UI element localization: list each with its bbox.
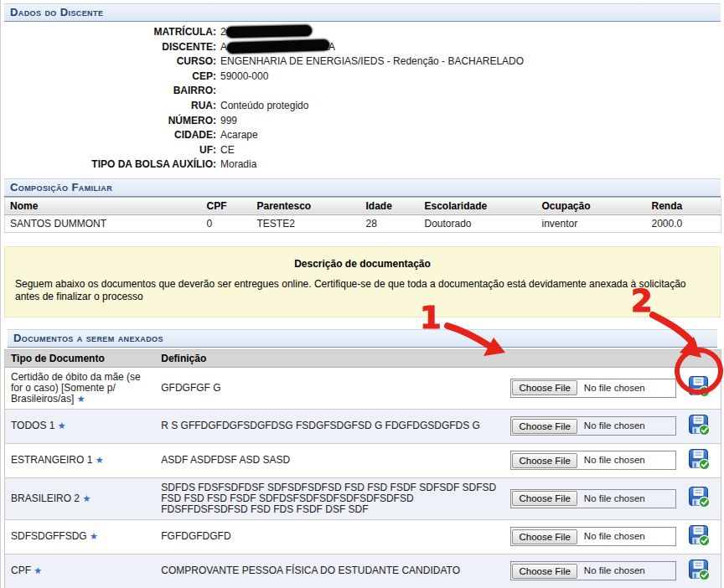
section-title: Dados do Discente — [10, 6, 103, 18]
field-cep: CEP: 59000-000 — [1, 70, 724, 85]
field-value: 999 — [220, 114, 724, 129]
cell-escolaridade: Doutorado — [420, 214, 537, 232]
field-cidade: CIDADE: Acarape — [1, 128, 724, 143]
family-header-row: Nome CPF Parentesco Idade Escolaridade O… — [5, 197, 721, 214]
redaction-blob — [226, 25, 312, 38]
cell-ocupacao: inventor — [537, 214, 647, 232]
document-file-cell: Choose File No file chosen — [504, 477, 682, 519]
document-type: TODOS 1 ★ — [5, 409, 156, 443]
required-star-icon: ★ — [96, 455, 104, 465]
field-rua: RUA: Conteúdo protegido — [1, 99, 724, 114]
required-star-icon: ★ — [34, 565, 42, 575]
save-attachment-button[interactable] — [688, 375, 711, 398]
field-numero: NÚMERO: 999 — [1, 114, 724, 129]
file-status-text: No file chosen — [578, 531, 645, 542]
save-floppy-check-icon — [688, 375, 711, 398]
document-row: BRASILEIRO 2 ★ SDFDS FDSFSDFDSF SDFSDFSD… — [5, 477, 721, 519]
field-label: RUA: — [1, 99, 220, 114]
save-floppy-check-icon — [688, 559, 711, 581]
file-input[interactable]: Choose File No file chosen — [510, 489, 676, 508]
field-value: 2 — [220, 25, 724, 40]
document-file-cell: Choose File No file chosen — [504, 409, 682, 443]
file-input[interactable]: Choose File No file chosen — [510, 451, 676, 470]
document-action-cell — [682, 409, 721, 443]
required-star-icon: ★ — [90, 531, 98, 541]
section-header-dados-discente: Dados do Discente — [4, 3, 721, 22]
col-header-parentesco: Parentesco — [252, 197, 361, 214]
document-row: SDFSDGFFSDG ★ FGFDGFDGFD Choose File No … — [5, 519, 721, 554]
file-input[interactable]: Choose File No file chosen — [510, 416, 676, 436]
documents-header-row: Tipo de Documento Definição — [5, 349, 721, 367]
field-uf: UF: CE — [1, 143, 724, 158]
col-header-ocupacao: Ocupação — [537, 197, 647, 214]
field-bairro: BAIRRO: — [1, 84, 724, 99]
section-title: Composição Familiar — [10, 181, 112, 193]
field-value — [220, 84, 724, 99]
save-attachment-button[interactable] — [688, 414, 711, 436]
field-value: Moradia — [220, 157, 724, 173]
field-value: Acarape — [220, 128, 724, 143]
document-definition: GFDGFGF G — [155, 367, 504, 409]
student-fields: MATRÍCULA: 2 DISCENTE: ANZA CURSO: ENGEN… — [1, 22, 724, 175]
redaction-blob — [227, 39, 329, 54]
save-attachment-button[interactable] — [688, 448, 711, 471]
file-input[interactable]: Choose File No file chosen — [510, 527, 676, 546]
description-body: Seguem abaixo os documentos que deverão … — [15, 278, 710, 303]
col-header-renda: Renda — [647, 197, 721, 214]
document-action-cell — [682, 477, 721, 519]
document-action-cell — [682, 443, 721, 477]
choose-file-button[interactable]: Choose File — [512, 380, 577, 395]
save-attachment-button[interactable] — [688, 524, 711, 547]
choose-file-button[interactable]: Choose File — [512, 564, 577, 579]
cell-cpf: 0 — [202, 214, 252, 232]
field-label: BAIRRO: — [1, 84, 220, 99]
col-header-idade: Idade — [361, 197, 420, 214]
field-label: CEP: — [1, 70, 220, 85]
choose-file-button[interactable]: Choose File — [512, 453, 577, 468]
document-type: BRASILEIRO 2 ★ — [5, 477, 156, 519]
file-status-text: No file chosen — [578, 493, 645, 504]
field-label: UF: — [1, 143, 220, 158]
application-form-page: Dados do Discente MATRÍCULA: 2 DISCENTE:… — [0, 0, 724, 588]
save-floppy-check-icon — [688, 486, 711, 508]
col-header-action — [682, 349, 721, 367]
field-curso: CURSO: ENGENHARIA DE ENERGIAS/IEDS - Red… — [1, 54, 724, 70]
file-status-text: No file chosen — [578, 420, 645, 431]
col-header-file — [504, 349, 682, 367]
field-value: ENGENHARIA DE ENERGIAS/IEDS - Redenção -… — [220, 54, 724, 70]
document-row: CPF ★ COMPROVANTE PESSOA FÍSICA DO ESTUD… — [5, 554, 721, 588]
document-type: Certidão de óbito da mãe (se for o caso)… — [5, 367, 156, 409]
document-file-cell: Choose File No file chosen — [504, 367, 682, 409]
documentation-description-box: Descrição de documentação Seguem abaixo … — [4, 246, 721, 317]
save-floppy-check-icon — [688, 414, 711, 436]
document-action-cell — [682, 554, 721, 588]
choose-file-button[interactable]: Choose File — [512, 491, 577, 506]
file-status-text: No file chosen — [578, 455, 645, 466]
document-definition: ASDF ASDFDSF ASD SASD — [155, 443, 504, 477]
file-input[interactable]: Choose File No file chosen — [510, 379, 676, 398]
document-file-cell: Choose File No file chosen — [504, 519, 682, 554]
file-status-text: No file chosen — [578, 383, 645, 394]
file-input[interactable]: Choose File No file chosen — [510, 561, 676, 580]
field-label: DISCENTE: — [1, 40, 220, 55]
cell-parentesco: TESTE2 — [252, 214, 361, 232]
cell-renda: 2000.0 — [647, 214, 721, 232]
document-definition: COMPROVANTE PESSOA FÍSICA DO ESTUDANTE C… — [155, 554, 504, 588]
choose-file-button[interactable]: Choose File — [512, 419, 577, 434]
save-attachment-button[interactable] — [688, 559, 711, 581]
required-star-icon: ★ — [82, 493, 90, 503]
document-file-cell: Choose File No file chosen — [504, 443, 682, 477]
col-header-nome: Nome — [5, 197, 202, 214]
cell-idade: 28 — [361, 214, 420, 232]
document-definition: FGFDGFDGFD — [155, 519, 504, 554]
description-title: Descrição de documentação — [15, 258, 710, 270]
field-label: MATRÍCULA: — [1, 25, 220, 40]
field-value: CE — [220, 143, 724, 158]
field-tipo-bolsa: TIPO DA BOLSA AUXÍLIO: Moradia — [1, 157, 724, 173]
document-action-cell — [682, 519, 721, 554]
save-attachment-button[interactable] — [688, 486, 711, 508]
required-star-icon: ★ — [58, 420, 66, 431]
required-star-icon: ★ — [77, 394, 85, 404]
document-type: ESTRANGEIRO 1 ★ — [5, 443, 156, 477]
choose-file-button[interactable]: Choose File — [512, 529, 577, 544]
